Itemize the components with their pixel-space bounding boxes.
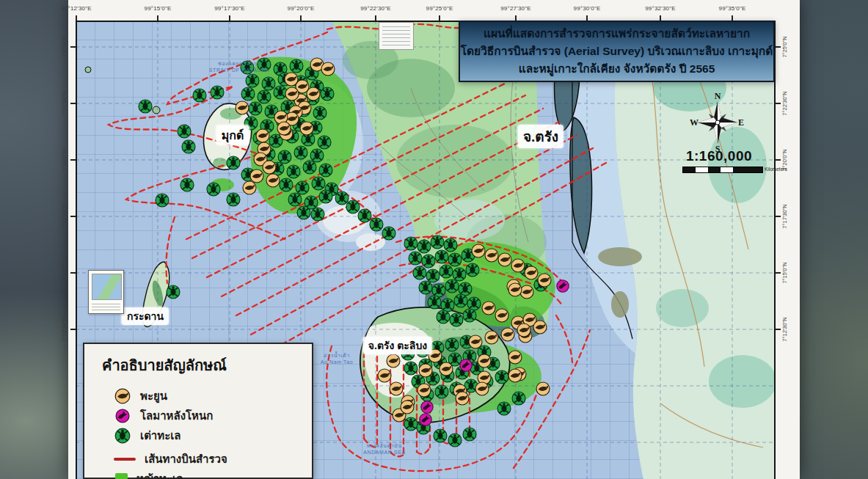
longitude-label: 99°35'0"E (719, 5, 746, 12)
legend-item-dolphin: โลมาหลังโหนก (114, 407, 312, 425)
legend-item-dugong: พะยูน (114, 387, 312, 405)
left-tick (70, 159, 76, 161)
compass-w: W (690, 117, 699, 128)
place-label: กระดาน (122, 307, 169, 325)
place-label: มุกด์ (216, 125, 249, 145)
sea-name-label: ช่องแคบมะละกาSTRAIT OF MALACCA (209, 60, 269, 73)
scale-segment (733, 167, 762, 172)
legend-box: คำอธิบายสัญลักษณ์ พะยูนโลมาหลังโหนกเต่าท… (83, 343, 313, 479)
map-title-line-3: และหมู่เกาะใกล้เคียง จังหวัดตรัง ปี 2565 (460, 60, 773, 78)
map-title-line-2: โดยวิธีการบินสำรวจ (Aerial Survey) บริเว… (460, 43, 773, 60)
top-tick (157, 15, 158, 21)
top-tick (300, 15, 302, 21)
top-tick (76, 15, 77, 21)
top-tick (660, 15, 661, 21)
legend-item-seagrass: หญ้าทะเล (114, 470, 312, 479)
compass-rose: N W E S (690, 91, 745, 153)
longitude-label: 99°20'0"E (288, 5, 315, 12)
sea-name-line: ทะเลอันดามัน (363, 442, 406, 449)
map-margin-note (379, 22, 414, 50)
turtle-symbol (115, 428, 130, 443)
longitude-label: 99°25'0"E (426, 5, 453, 12)
map-scale-ratio: 1:160,000 (674, 148, 765, 164)
seagrass-legend-icon (115, 473, 128, 479)
inset-map-image (92, 274, 122, 300)
dugong-symbol (115, 389, 130, 403)
left-tick (70, 329, 76, 330)
left-tick (70, 216, 76, 217)
sea-name-line: ช่องแคบมะละกา (209, 60, 269, 67)
scale-unit-label: Kilometers (765, 167, 787, 172)
latitude-label: 7°17'30"N (61, 204, 68, 228)
latitude-label: 7°22'30"N (781, 91, 788, 115)
legend-item-label: เต่าทะเล (140, 427, 181, 445)
sea-name-line: Ao Nam Tao (321, 359, 353, 365)
right-tick (776, 159, 781, 161)
latitude-label: 7°25'0"N (781, 36, 788, 57)
longitude-label: 99°30'0"E (574, 5, 601, 12)
legend-title: คำอธิบายสัญลักษณ์ (102, 354, 312, 377)
map-presentation-frame: มุกด์กระดานจ.ตรังจ.ตรัง ตะลิบงช่องแคบมะล… (0, 0, 868, 479)
inset-locator-map (88, 270, 124, 314)
left-tick (70, 103, 76, 104)
right-tick (776, 272, 781, 274)
legend-item-label: โลมาหลังโหนก (140, 407, 213, 425)
note-lines (382, 26, 410, 45)
place-label: จ.ตรัง ตะลิบง (363, 337, 432, 354)
legend-item-flight: เส้นทางบินสำรวจ (114, 450, 312, 468)
latitude-label: 7°15'0"N (61, 262, 68, 283)
longitude-label: 99°27'30"E (500, 5, 531, 12)
left-tick (70, 46, 76, 48)
dolphin-legend-icon (114, 407, 131, 425)
longitude-label: 99°15'0"E (145, 5, 172, 12)
longitude-label: 99°12'30"E (61, 5, 92, 12)
sea-name-line: ANDAMAN SEA (363, 449, 406, 456)
scale-segment (721, 167, 733, 172)
legend-item-label: เส้นทางบินสำรวจ (145, 450, 227, 468)
place-label: จ.ตรัง (518, 125, 564, 148)
sea-name-line: อ่าวน้ำเต้า (321, 352, 353, 359)
scale-segment (696, 167, 708, 172)
legend-item-label: หญ้าทะเล (136, 470, 183, 479)
scale-bar (682, 167, 763, 173)
flight-route-legend-icon (114, 458, 136, 461)
latitude-label: 7°25'0"N (61, 36, 68, 57)
right-tick (776, 329, 781, 330)
longitude-label: 99°22'30"E (360, 5, 391, 12)
legend-item-turtle: เต่าทะเล (114, 427, 312, 445)
latitude-label: 7°15'0"N (781, 262, 788, 283)
inset-caption-lines (92, 301, 120, 310)
sea-name-line: STRAIT OF MALACCA (209, 67, 269, 73)
sea-name-label: อ่าวน้ำเต้าAo Nam Tao (321, 352, 353, 365)
top-tick (732, 15, 733, 21)
legend-items: พะยูนโลมาหลังโหนกเต่าทะเลเส้นทางบินสำรวจ… (114, 387, 312, 479)
map-title-line-1: แผนที่แสดงการสำรวจการแพร่กระจายสัตว์ทะเล… (460, 25, 773, 43)
legend-item-label: พะยูน (140, 387, 167, 405)
right-tick (776, 46, 781, 48)
right-tick (776, 103, 781, 104)
left-tick (70, 272, 76, 274)
latitude-label: 7°12'30"N (781, 317, 788, 341)
turtle-legend-icon (114, 427, 131, 445)
top-tick (515, 15, 517, 21)
top-tick (375, 15, 376, 21)
longitude-label: 99°17'30"E (214, 5, 245, 12)
top-tick (586, 15, 588, 21)
compass-e: E (738, 117, 744, 128)
longitude-label: 99°32'30"E (645, 5, 676, 12)
sea-name-label: ทะเลอันดามันANDAMAN SEA (363, 442, 406, 456)
compass-n: N (715, 91, 721, 101)
top-tick (439, 15, 440, 21)
top-tick (229, 15, 230, 21)
latitude-label: 7°12'30"N (61, 317, 68, 341)
scale-segment (683, 167, 696, 172)
map-title-box: แผนที่แสดงการสำรวจการแพร่กระจายสัตว์ทะเล… (459, 21, 775, 82)
latitude-label: 7°22'30"N (61, 91, 68, 115)
dolphin-symbol (116, 409, 129, 423)
dugong-legend-icon (114, 387, 131, 405)
right-tick (776, 216, 781, 217)
latitude-label: 7°20'0"N (61, 149, 68, 170)
scale-segment (708, 167, 721, 172)
latitude-label: 7°17'30"N (781, 204, 788, 228)
